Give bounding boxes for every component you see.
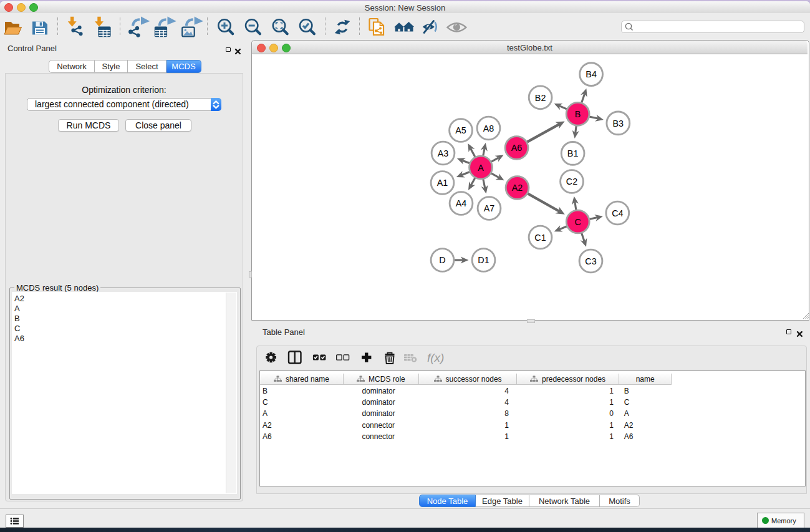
svg-text:C2: C2	[566, 177, 577, 186]
svg-text:A7: A7	[484, 203, 495, 213]
svg-text:B1: B1	[567, 148, 579, 158]
svg-text:A6: A6	[511, 143, 523, 153]
svg-text:C3: C3	[585, 256, 596, 266]
svg-text:A4: A4	[456, 198, 467, 208]
svg-text:B2: B2	[535, 93, 546, 103]
svg-text:C: C	[575, 217, 581, 227]
svg-text:B4: B4	[586, 69, 597, 79]
svg-text:D1: D1	[478, 255, 489, 265]
svg-text:D: D	[439, 255, 445, 265]
svg-text:A8: A8	[483, 123, 494, 133]
svg-text:B: B	[575, 109, 581, 119]
svg-text:A3: A3	[438, 148, 449, 158]
svg-text:C4: C4	[612, 208, 623, 218]
svg-text:B3: B3	[613, 118, 624, 128]
svg-text:A5: A5	[455, 125, 466, 135]
svg-text:A1: A1	[437, 178, 448, 188]
svg-text:C1: C1	[534, 233, 546, 243]
svg-text:A2: A2	[512, 183, 523, 193]
svg-text:f(x): f(x)	[427, 351, 444, 364]
svg-text:A: A	[478, 163, 484, 173]
